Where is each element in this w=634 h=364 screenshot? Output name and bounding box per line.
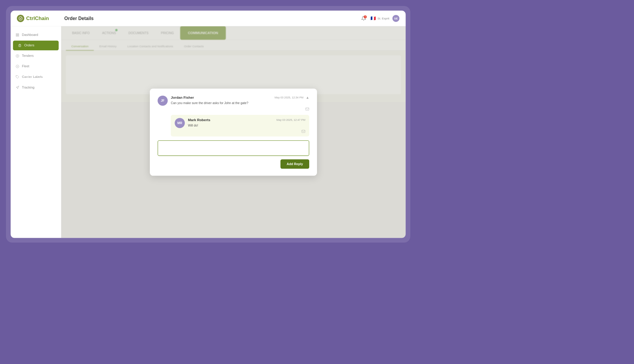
tracking-icon — [15, 85, 19, 89]
reply-text: Will do! — [188, 123, 305, 128]
sidebar-label-tenders: Tenders — [22, 54, 33, 58]
sidebar-label-dashboard: Dashboard — [22, 33, 38, 37]
modal-overlay: JF Jordan Fisher May 03 2025, 12:34 PM ▲ — [61, 26, 406, 238]
conversation-modal: JF Jordan Fisher May 03 2025, 12:34 PM ▲ — [150, 89, 317, 176]
email-icon[interactable] — [171, 107, 309, 111]
sidebar-label-carrier-labels: Carrier Labels — [22, 75, 42, 79]
sidebar-label-tracking: Tracking — [22, 86, 34, 89]
user-locale[interactable]: 🇫🇷 St. Esprit — [371, 16, 389, 21]
svg-rect-2 — [18, 33, 19, 34]
logo-icon — [17, 15, 24, 22]
app-header: CtrlChain Order Details 1 🇫🇷 St. Esprit … — [11, 11, 406, 26]
svg-rect-14 — [306, 108, 309, 110]
sidebar: Dashboard Orders — [11, 26, 61, 238]
reply-meta: May 03 2025, 12:47 PM — [276, 118, 305, 121]
notification-badge: 1 — [364, 15, 367, 18]
user-name: St. Esprit — [377, 17, 389, 20]
user-avatar[interactable]: SE — [392, 15, 399, 22]
svg-rect-15 — [302, 130, 305, 133]
add-reply-button[interactable]: Add Reply — [281, 159, 309, 169]
sidebar-item-tracking[interactable]: Tracking — [11, 83, 61, 92]
svg-rect-1 — [16, 33, 17, 34]
svg-rect-5 — [19, 44, 20, 45]
reply-actions: Add Reply — [158, 159, 309, 169]
message-meta: May 03 2025, 12:34 PM ▲ — [275, 95, 309, 100]
header-right: 1 🇫🇷 St. Esprit SE — [360, 14, 400, 22]
message-text: Can you make sure the driver asks for Jo… — [171, 101, 309, 106]
logo-text: CtrlChain — [26, 15, 49, 21]
notification-bell[interactable]: 1 — [360, 14, 368, 22]
message-header: Jordan Fisher May 03 2025, 12:34 PM ▲ — [171, 95, 309, 100]
reply-email-icon[interactable] — [188, 129, 305, 133]
message-sender: Jordan Fisher — [171, 95, 194, 100]
reply-sender: Mark Roberts — [188, 118, 210, 122]
avatar: JF — [158, 95, 168, 106]
svg-point-0 — [19, 16, 22, 20]
fleet-icon — [15, 64, 19, 68]
message-body: Jordan Fisher May 03 2025, 12:34 PM ▲ Ca… — [171, 95, 309, 111]
sidebar-label-fleet: Fleet — [22, 65, 29, 68]
sidebar-item-carrier-labels[interactable]: Carrier Labels — [11, 72, 61, 82]
reply-timestamp: May 03 2025, 12:47 PM — [276, 118, 305, 121]
reply-header: Mark Roberts May 03 2025, 12:47 PM — [188, 118, 305, 122]
sidebar-label-orders: Orders — [24, 43, 34, 47]
sidebar-item-tenders[interactable]: Tenders — [11, 51, 61, 61]
main-layout: Dashboard Orders — [11, 26, 406, 238]
reply-textarea[interactable] — [158, 140, 309, 156]
page-title: Order Details — [64, 16, 355, 21]
content-area: BASIC INFO ACTIONS DOCUMENTS PRICING — [61, 26, 406, 238]
svg-marker-13 — [16, 86, 19, 89]
sidebar-item-dashboard[interactable]: Dashboard — [11, 30, 61, 40]
tenders-icon — [15, 54, 19, 58]
logo: CtrlChain — [17, 15, 60, 22]
orders-icon — [18, 43, 22, 48]
message-timestamp: May 03 2025, 12:34 PM — [275, 96, 304, 99]
flag-icon: 🇫🇷 — [371, 16, 376, 21]
svg-point-11 — [17, 66, 18, 67]
reply-message: MR Mark Roberts May 03 2025, 12:47 PM — [171, 115, 309, 136]
svg-rect-4 — [16, 35, 17, 36]
sidebar-item-orders[interactable]: Orders — [13, 41, 59, 51]
chevron-up-icon[interactable]: ▲ — [306, 95, 309, 100]
carrier-labels-icon — [15, 75, 19, 79]
reply-message-item: MR Mark Roberts May 03 2025, 12:47 PM — [175, 118, 305, 133]
reply-avatar: MR — [175, 118, 185, 128]
reply-body: Mark Roberts May 03 2025, 12:47 PM Will … — [188, 118, 305, 133]
sidebar-item-fleet[interactable]: Fleet — [11, 62, 61, 71]
svg-rect-3 — [18, 35, 19, 36]
reply-input-area: Add Reply — [158, 140, 309, 169]
message-item: JF Jordan Fisher May 03 2025, 12:34 PM ▲ — [158, 95, 309, 111]
dashboard-icon — [15, 33, 19, 37]
